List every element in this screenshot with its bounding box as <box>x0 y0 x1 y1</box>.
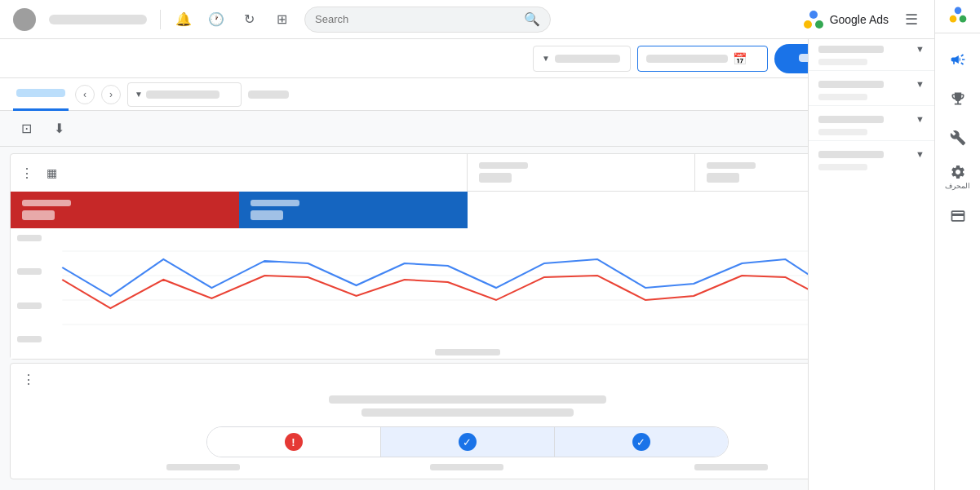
svg-point-8 <box>949 15 956 23</box>
segment-dropdown-text <box>146 90 220 99</box>
rcp-sub-3 <box>818 129 867 135</box>
y-label-3 <box>17 302 42 309</box>
segment-dropdown[interactable]: ▼ <box>127 82 242 107</box>
rcp-section-4-text <box>818 151 884 158</box>
status-footer-text-3 <box>694 464 768 470</box>
calendar-icon: 📅 <box>733 52 747 65</box>
date-dropdown[interactable]: 📅 <box>637 46 768 72</box>
chart-header-left: ⋮ ▦ <box>11 154 468 192</box>
status-footer <box>22 464 912 470</box>
tab-active[interactable] <box>13 78 69 111</box>
filter-bar: ▼ 📅 + <box>0 39 934 78</box>
date-dropdown-text <box>646 55 728 63</box>
ok2-icon: ✓ <box>632 433 650 451</box>
tools-icon <box>950 130 966 146</box>
rcp-section-3-text <box>818 116 884 123</box>
rcp-section-1-arrow: ▼ <box>916 44 925 54</box>
nav-item-settings-label: المحرف <box>945 182 970 190</box>
y-label-1 <box>17 235 42 241</box>
search-input[interactable] <box>315 13 524 25</box>
app-title: Google Ads <box>830 13 889 26</box>
status-footer-text-2 <box>430 464 503 470</box>
google-ads-logo-area: Google Ads <box>802 8 889 31</box>
rcp-section-1[interactable]: ▼ <box>809 39 934 59</box>
header-divider <box>160 10 161 29</box>
account-name <box>49 15 147 24</box>
top-header: 🔔 🕐 ↻ ⊞ 🔍 Google Ads ☰ <box>0 0 934 39</box>
right-nav-sidebar: المحرف <box>934 0 980 490</box>
y-axis-labels <box>17 235 42 342</box>
chart-svg <box>24 235 911 349</box>
bottom-widget: ⋮ ⊞ ! ✓ <box>10 363 925 479</box>
notification-icon[interactable]: 🔔 <box>174 10 193 29</box>
chart-widget: ⋮ ▦ <box>10 153 925 360</box>
avatar <box>13 8 36 31</box>
metric-card-blue <box>239 192 468 228</box>
nav-item-campaigns[interactable] <box>940 42 976 77</box>
rcp-section-2-arrow: ▼ <box>916 79 925 89</box>
rcp-section-4[interactable]: ▼ <box>809 144 934 164</box>
text-line-2 <box>361 408 574 417</box>
refresh-icon[interactable]: ↻ <box>239 10 259 29</box>
download-icon[interactable]: ⬇ <box>46 116 72 142</box>
nav-item-settings[interactable]: المحرف <box>940 159 976 195</box>
metric-card-2-value <box>707 173 739 183</box>
nav-next-button[interactable]: › <box>101 85 121 104</box>
rcp-section-2-text <box>818 81 884 88</box>
bottom-widget-options[interactable]: ⋮ <box>22 372 35 387</box>
status-footer-text-1 <box>166 464 240 470</box>
svg-point-2 <box>815 20 823 29</box>
metric-card-red-value <box>22 210 55 220</box>
chart-container <box>11 228 924 359</box>
metric-card-blue-value <box>251 210 283 220</box>
y-label-4 <box>17 336 42 342</box>
megaphone-icon <box>950 51 966 68</box>
nav-item-tools[interactable] <box>940 120 976 156</box>
status-segment-ok2[interactable]: ✓ <box>554 427 728 457</box>
status-segment-ok1[interactable]: ✓ <box>380 427 554 457</box>
x-axis-label <box>435 349 500 355</box>
segment-dropdown-arrow: ▼ <box>135 90 143 99</box>
rcp-divider-2 <box>809 105 934 106</box>
metric-card-2-label <box>707 162 756 169</box>
status-progress-bar: ! ✓ ✓ <box>206 426 729 457</box>
columns-text <box>248 90 289 99</box>
nav-item-billing[interactable] <box>940 198 976 234</box>
metric-card-1-value <box>479 173 512 183</box>
bottom-widget-text-lines <box>22 395 912 417</box>
scroll-content: ⊡ ⬇ + ⋮ ▦ <box>0 111 934 490</box>
ok1-icon: ✓ <box>459 433 477 451</box>
rcp-section-3[interactable]: ▼ <box>809 109 934 129</box>
status-segment-error[interactable]: ! <box>207 427 380 457</box>
tab-active-text <box>16 89 65 97</box>
credit-card-icon <box>950 208 966 224</box>
search-bar[interactable]: 🔍 <box>304 7 551 33</box>
metric-card-1 <box>468 154 696 192</box>
rcp-section-4-arrow: ▼ <box>916 149 925 159</box>
app-layout: 🔔 🕐 ↻ ⊞ 🔍 Google Ads ☰ <box>0 0 980 490</box>
settings-icon <box>950 164 966 180</box>
rcp-section-2[interactable]: ▼ <box>809 74 934 94</box>
filter-dropdown-arrow: ▼ <box>542 54 550 63</box>
rcp-sub-4 <box>818 164 867 170</box>
error-icon: ! <box>285 433 303 451</box>
rcp-sub-2 <box>818 94 867 100</box>
history-icon[interactable]: 🕐 <box>206 10 226 29</box>
filter-dropdown[interactable]: ▼ <box>533 46 631 72</box>
chart-options-icon[interactable]: ⋮ <box>20 166 33 181</box>
google-ads-logo-icon <box>802 8 825 31</box>
y-label-2 <box>17 268 42 275</box>
right-collapse-panel: ▼ ▼ ▼ ▼ <box>808 39 934 490</box>
secondary-nav: ‹ › ▼ <box>0 78 934 111</box>
table-view-icon[interactable]: ⊡ <box>13 116 39 142</box>
metric-card-1-label <box>479 162 528 169</box>
grid-icon[interactable]: ⊞ <box>272 10 291 29</box>
menu-icon[interactable]: ☰ <box>902 10 921 29</box>
nav-prev-button[interactable]: ‹ <box>75 85 95 104</box>
chart-bar-icon[interactable]: ▦ <box>40 161 63 184</box>
trophy-icon <box>950 90 966 107</box>
rcp-section-1-text <box>818 46 884 53</box>
nav-item-trophy[interactable] <box>940 81 976 117</box>
rcp-divider-1 <box>809 70 934 71</box>
content-area: 🔔 🕐 ↻ ⊞ 🔍 Google Ads ☰ <box>0 0 934 490</box>
